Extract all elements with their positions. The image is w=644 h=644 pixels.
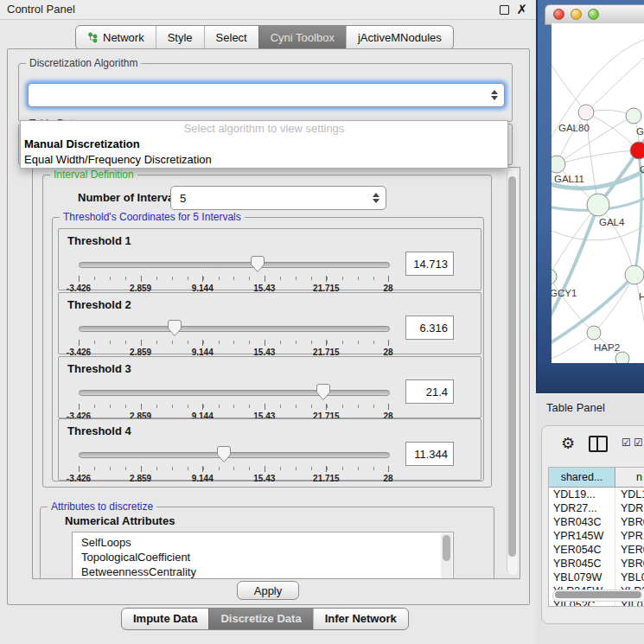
tab-impute-data[interactable]: Impute Data	[122, 609, 208, 629]
tab-jactivemnodules[interactable]: jActiveMNodules	[346, 26, 453, 49]
slider-thumb[interactable]	[217, 446, 231, 462]
slider-ticks: -3.426 2.859 9.144 15.43 21.715 28	[79, 466, 388, 471]
table-row[interactable]: YER054CYER0	[549, 543, 644, 557]
threshold-value-field[interactable]: 11.344	[405, 442, 454, 466]
table-row[interactable]: YBL079WYBL0	[549, 571, 644, 584]
threshold-slider[interactable]: -3.426 2.859 9.144 15.43 21.715 28	[79, 383, 388, 416]
network-graph: GAL80 G. C GAL11 GAL4 GCY1 H HAP2	[552, 23, 644, 363]
threshold-value-field[interactable]: 14.713	[405, 252, 454, 276]
thresholds-group: Threshold's Coordinates for 5 Intervals …	[52, 217, 484, 481]
slider-track[interactable]	[79, 390, 390, 396]
node-bottom	[615, 352, 629, 363]
node-label-gal80: GAL80	[558, 123, 590, 133]
list-item[interactable]: TopologicalCoefficient	[73, 550, 453, 564]
checkbox-icon[interactable]: ☑	[634, 437, 643, 449]
control-panel-titlebar: Control Panel ✗	[0, 0, 536, 20]
table-panel-title: Table Panel	[546, 394, 605, 422]
slider-thumb[interactable]	[168, 320, 182, 336]
zoom-traffic-light[interactable]	[588, 9, 599, 20]
algorithm-option-manual[interactable]: Manual Discretization	[21, 137, 507, 152]
tab-discretize-data[interactable]: Discretize Data	[208, 609, 312, 629]
slider-track[interactable]	[79, 326, 390, 332]
bottom-tab-bar: Impute Data Discretize Data Infer Networ…	[121, 608, 409, 630]
list-scrollbar[interactable]	[441, 533, 452, 579]
slider-ticks: -3.426 2.859 9.144 15.43 21.715 28	[79, 404, 388, 409]
threshold-panel: Threshold 1 -3.426 2.859 9.144	[58, 228, 481, 290]
column-header-name[interactable]: n	[615, 468, 644, 487]
table-row[interactable]: YPR145WYPR1	[549, 529, 644, 543]
threshold-slider[interactable]: -3.426 2.859 9.144 15.43 21.715 28	[79, 255, 388, 288]
discretization-algorithm-title: Discretization Algorithm	[26, 57, 141, 69]
close-icon[interactable]: ✗	[516, 0, 527, 19]
threshold-slider[interactable]: -3.426 2.859 9.144 15.43 21.715 28	[79, 445, 388, 478]
attributes-group: Attributes to discretize Numerical Attri…	[40, 507, 494, 579]
slider-track[interactable]	[79, 452, 390, 458]
slider-thumb[interactable]	[316, 384, 330, 400]
slider-ticks: -3.426 2.859 9.144 15.43 21.715 28	[79, 276, 388, 281]
node-gal80	[578, 105, 594, 120]
node-label-gcy1: GCY1	[552, 288, 577, 298]
threshold-value-field[interactable]: 6.316	[405, 316, 454, 340]
control-panel-window: Control Panel ✗ Network Style Select Cyn…	[0, 0, 536, 644]
panel-title: Control Panel	[7, 0, 75, 19]
number-of-intervals-combo[interactable]: 5	[170, 186, 386, 210]
list-item[interactable]: BetweennessCentrality	[73, 564, 453, 579]
checkbox-icon[interactable]: ☑	[622, 437, 631, 449]
minimize-traffic-light[interactable]	[571, 9, 582, 20]
node-label-gal4: GAL4	[599, 217, 625, 227]
node-hap2	[587, 326, 601, 340]
horizontal-scrollbar[interactable]	[552, 590, 644, 602]
slider-track[interactable]	[79, 262, 390, 268]
threshold-panel: Threshold 4 -3.426 2.859 9.144	[58, 418, 481, 481]
slider-thumb[interactable]	[251, 256, 265, 272]
table-row[interactable]: YDL19...YDL1	[549, 488, 644, 501]
algorithm-dropdown-popup: Select algorithm to view settings Manual…	[20, 120, 508, 169]
combo-stepper-icon	[491, 90, 498, 100]
node-label-g: G.	[636, 126, 644, 137]
interval-definition-title: Interval Definition	[50, 169, 137, 181]
node-h-partial	[625, 265, 644, 284]
algorithm-placeholder: Select algorithm to view settings	[21, 121, 507, 137]
scrollbar-thumb[interactable]	[508, 176, 516, 557]
tab-infer-network[interactable]: Infer Network	[313, 609, 408, 629]
table-row[interactable]: YBR045CYBR0	[549, 557, 644, 571]
table-toolbar: ⚙ ☑ ☑	[542, 431, 644, 459]
list-item[interactable]: SelfLoops	[73, 532, 453, 550]
algorithm-option-equal-width[interactable]: Equal Width/Frequency Discretization	[21, 152, 507, 168]
scrollbar-thumb[interactable]	[555, 591, 641, 598]
numerical-attributes-list[interactable]: SelfLoops TopologicalCoefficient Between…	[72, 532, 454, 579]
network-icon	[87, 32, 99, 43]
slider-ticks: -3.426 2.859 9.144 15.43 21.715 28	[79, 340, 388, 345]
network-window-titlebar	[545, 4, 644, 25]
threshold-panel: Threshold 3 -3.426 2.859 9.144	[58, 356, 481, 418]
threshold-slider[interactable]: -3.426 2.859 9.144 15.43 21.715 28	[79, 319, 388, 352]
vertical-scrollbar[interactable]	[507, 169, 518, 575]
node-gcy1	[552, 269, 557, 284]
tab-style[interactable]: Style	[156, 26, 204, 49]
threshold-value-field[interactable]: 21.4	[405, 379, 454, 404]
node-gal11	[552, 156, 565, 173]
apply-button[interactable]: Apply	[237, 581, 299, 600]
split-columns-icon[interactable]	[589, 436, 608, 452]
table-header-row: shared... n	[549, 468, 644, 488]
table-row[interactable]: YDR27...YDR2	[549, 501, 644, 515]
combo-stepper-icon	[373, 193, 379, 203]
gear-icon[interactable]: ⚙	[561, 434, 575, 452]
tab-select[interactable]: Select	[204, 26, 258, 49]
tab-network[interactable]: Network	[76, 26, 156, 49]
node-red	[630, 142, 644, 159]
attributes-group-title: Attributes to discretize	[48, 501, 156, 513]
node-label-c: C	[640, 164, 644, 175]
node-label-gal11: GAL11	[554, 174, 584, 184]
network-canvas[interactable]: GAL80 G. C GAL11 GAL4 GCY1 H HAP2	[552, 23, 644, 363]
table-row[interactable]: YBR043CYBR0	[549, 515, 644, 529]
float-window-icon[interactable]	[500, 5, 509, 15]
column-header-shared-name[interactable]: shared...	[549, 468, 615, 487]
node-g-partial	[626, 108, 641, 124]
interval-definition-group: Interval Definition Number of Intervals …	[42, 175, 492, 488]
network-view-window: GAL80 G. C GAL11 GAL4 GCY1 H HAP2	[536, 0, 644, 393]
algorithm-combo[interactable]	[28, 83, 505, 107]
scrollbar-thumb[interactable]	[443, 535, 450, 561]
close-traffic-light[interactable]	[553, 9, 564, 20]
tab-cyni-toolbox[interactable]: Cyni Toolbox	[258, 26, 346, 49]
